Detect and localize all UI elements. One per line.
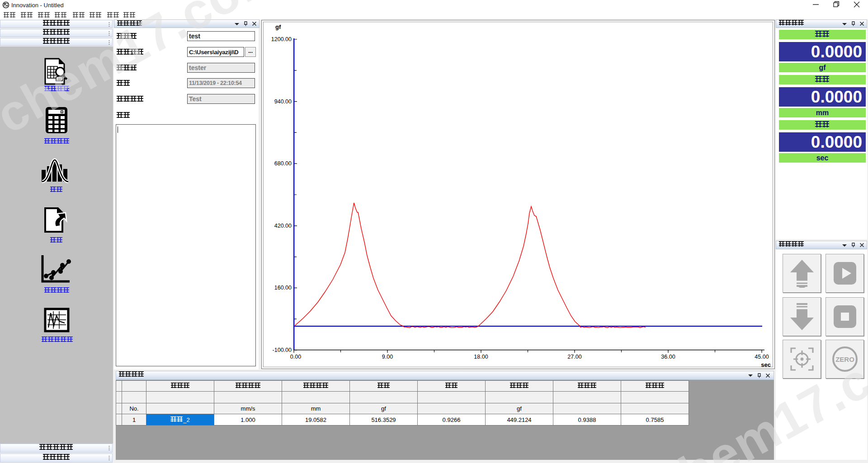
svg-text:420.00: 420.00 — [274, 223, 292, 229]
svg-text:45.00: 45.00 — [755, 354, 769, 360]
svg-text:160.00: 160.00 — [274, 285, 292, 291]
svg-text:-100.00: -100.00 — [273, 347, 292, 353]
svg-text:sec: sec — [761, 361, 771, 368]
svg-text:18.00: 18.00 — [474, 354, 488, 360]
svg-text:0.00: 0.00 — [290, 354, 301, 360]
svg-text:1200.00: 1200.00 — [271, 36, 292, 42]
svg-text:940.00: 940.00 — [274, 98, 292, 105]
svg-text:gf: gf — [275, 23, 281, 30]
svg-text:ZERO: ZERO — [835, 355, 854, 363]
svg-text:680.00: 680.00 — [274, 160, 292, 167]
svg-text:27.00: 27.00 — [567, 354, 581, 360]
svg-text:36.00: 36.00 — [661, 354, 675, 360]
svg-text:9.00: 9.00 — [382, 354, 393, 360]
